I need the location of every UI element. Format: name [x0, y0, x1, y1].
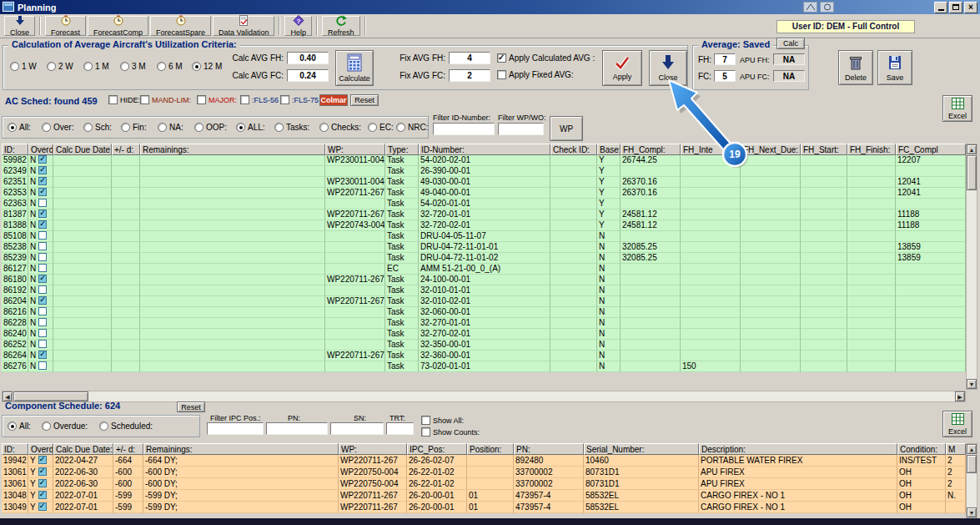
- column-header[interactable]: WP:: [325, 144, 385, 155]
- row-checkbox[interactable]: [38, 318, 47, 326]
- column-header[interactable]: Description:: [699, 443, 897, 455]
- row-checkbox[interactable]: [38, 177, 47, 185]
- table-row[interactable]: 59982NWP230011-004Task54-020-02-01Y26744…: [2, 155, 966, 166]
- ac-radio-oop[interactable]: OOP:: [194, 123, 227, 132]
- table-row[interactable]: 62353NWP220711-267Task49-040-00-01Y26370…: [2, 188, 966, 199]
- table-row[interactable]: 19942Y2022-04-27-664-664 DY;WP220711-267…: [2, 455, 966, 467]
- row-checkbox[interactable]: [38, 209, 47, 218]
- column-header[interactable]: ID:: [2, 443, 28, 455]
- table-row[interactable]: 13061Y2022-06-30-600-600 DY;WP220750-004…: [2, 478, 966, 490]
- comp-reset-button[interactable]: Reset: [177, 401, 205, 412]
- column-header[interactable]: Calc Due Date:: [53, 144, 112, 155]
- row-checkbox[interactable]: [38, 199, 47, 207]
- column-header[interactable]: +/- d:: [113, 443, 143, 455]
- period-radio-2w[interactable]: 2 W: [47, 62, 73, 71]
- table-row[interactable]: 85108NTaskDRU-04-05-11-07N: [2, 231, 966, 242]
- filter-wp-input[interactable]: [498, 123, 544, 135]
- toolbar-forecastspare-button[interactable]: ForecastSpare: [150, 16, 211, 36]
- maximize-button[interactable]: [949, 2, 962, 13]
- apply-calculated-avg-checkbox[interactable]: Apply Calculated AVG :: [497, 53, 595, 63]
- toolbar-forecastcomp-button[interactable]: ForecastComp: [88, 16, 148, 36]
- ac-excel-button[interactable]: Excel: [942, 95, 972, 122]
- fc-field[interactable]: 5: [714, 70, 736, 82]
- toolbar-forecast-button[interactable]: Forecast: [45, 16, 86, 36]
- column-header[interactable]: Overdue:: [28, 443, 53, 455]
- toolbar-close-button[interactable]: Close: [4, 16, 35, 36]
- column-header[interactable]: Base:: [597, 144, 621, 155]
- mand-lim-checkbox[interactable]: MAND-LIM:: [140, 95, 191, 104]
- column-header[interactable]: Remainings:: [143, 443, 339, 455]
- column-header[interactable]: Serial_Number:: [584, 443, 699, 455]
- fix-avg-fh-field[interactable]: 4: [449, 52, 490, 64]
- scroll-up-arrow[interactable]: ▲: [967, 444, 977, 454]
- fls56-checkbox[interactable]: :FLS-56: [240, 95, 279, 104]
- column-header[interactable]: +/- d:: [112, 144, 140, 155]
- scrollbar-thumb[interactable]: [967, 455, 977, 473]
- table-row[interactable]: 85238NTaskDRU-04-72-11-01-01N32085.25138…: [2, 242, 966, 253]
- table-row[interactable]: 62349NTask26-390-00-01Y: [2, 166, 966, 177]
- table-row[interactable]: 62351NWP230011-004Task49-030-00-01Y26370…: [2, 177, 966, 188]
- column-header[interactable]: FH_Next_Due:: [741, 144, 801, 155]
- column-header[interactable]: IPC_Pos:: [407, 443, 467, 455]
- ac-radio-fin[interactable]: Fin:: [121, 123, 147, 132]
- column-header[interactable]: Check ID:: [550, 144, 597, 155]
- scroll-down-arrow[interactable]: ▼: [967, 379, 977, 389]
- column-header[interactable]: FC_Compl: [896, 144, 966, 155]
- ac-radio-sch[interactable]: Sch:: [83, 123, 112, 132]
- fls75-checkbox[interactable]: :FLS-75: [280, 95, 319, 104]
- table-row[interactable]: 13061Y2022-06-30-600-600 DY;WP220750-004…: [2, 467, 966, 478]
- ac-radio-checks[interactable]: Checks:: [319, 123, 361, 132]
- comp-radio-scheduled[interactable]: Scheduled:: [99, 422, 153, 431]
- save-button[interactable]: Save: [877, 50, 912, 85]
- ac-radio-over[interactable]: Over:: [42, 123, 73, 132]
- scroll-right-arrow[interactable]: ▶: [955, 391, 965, 401]
- ac-reset-button[interactable]: Reset: [350, 94, 379, 106]
- trt-input[interactable]: [386, 422, 414, 435]
- apply-fixed-avg-checkbox[interactable]: Apply Fixed AVG:: [497, 70, 574, 79]
- table-row[interactable]: 85239NTaskDRU-04-72-11-01-02N32085.25138…: [2, 253, 966, 264]
- wp-button[interactable]: WP: [550, 116, 583, 141]
- calculate-button[interactable]: Calculate: [335, 50, 374, 86]
- filter-id-input[interactable]: [433, 123, 495, 135]
- table-row[interactable]: 86228NTask32-270-01-01N: [2, 318, 966, 329]
- avg-calc-button[interactable]: Calc: [776, 38, 805, 49]
- toolbar-datavalidation-button[interactable]: Data Validation: [213, 16, 274, 36]
- period-radio-12m[interactable]: 12 M: [192, 62, 222, 71]
- column-header[interactable]: ID-Number:: [419, 144, 550, 155]
- column-header[interactable]: Type:: [385, 144, 419, 155]
- row-checkbox[interactable]: [38, 242, 47, 250]
- period-radio-1m[interactable]: 1 M: [83, 62, 109, 71]
- comp-radio-overdue[interactable]: Overdue:: [42, 422, 88, 431]
- apply-button[interactable]: Apply: [602, 50, 642, 86]
- table-row[interactable]: 86240NTask32-270-02-01N: [2, 329, 966, 340]
- show-all-checkbox[interactable]: Show All:: [421, 416, 464, 425]
- table-row[interactable]: 86276NTask73-020-01-01N150: [2, 361, 966, 372]
- row-checkbox[interactable]: [38, 502, 47, 511]
- table-row[interactable]: 81388NWP220743-004Task32-720-02-01Y24581…: [2, 220, 966, 231]
- table-row[interactable]: 86252NTask32-350-00-01N: [2, 340, 966, 351]
- column-header[interactable]: FH_Inte: [681, 144, 741, 155]
- fh-field[interactable]: 7: [714, 53, 736, 65]
- pn-input[interactable]: [266, 422, 328, 435]
- ac-radio-all2[interactable]: ALL:: [236, 123, 265, 132]
- column-header[interactable]: Overdue:: [28, 144, 53, 155]
- row-checkbox[interactable]: [38, 188, 47, 196]
- filter-ipc-input[interactable]: [207, 422, 264, 435]
- minimize-button[interactable]: [934, 2, 947, 13]
- column-header[interactable]: ID:: [2, 144, 28, 155]
- colmar-button[interactable]: Colmar: [319, 94, 348, 106]
- table-row[interactable]: 81387NWP220711-267Task32-720-01-01Y24581…: [2, 209, 966, 220]
- close-window-button[interactable]: ×: [964, 2, 977, 13]
- table-row[interactable]: 86127NECAMM 51-21-00_0_(A)N: [2, 264, 966, 275]
- comp-radio-all[interactable]: All:: [8, 422, 31, 431]
- table-row[interactable]: 86204NWP220711-267Task32-010-02-01N: [2, 296, 966, 307]
- toolbar-refresh-button[interactable]: Refresh: [322, 16, 360, 36]
- row-checkbox[interactable]: [38, 231, 47, 240]
- table-row[interactable]: 86192NTask32-010-01-01N: [2, 285, 966, 296]
- table-row[interactable]: 62363NTask54-020-01-01Y: [2, 199, 966, 209]
- row-checkbox[interactable]: [38, 329, 47, 337]
- ac-radio-tasks[interactable]: Tasks:: [274, 123, 309, 132]
- column-header[interactable]: WP:: [339, 443, 407, 455]
- comp-vertical-scrollbar[interactable]: ▲ ▼: [966, 443, 977, 518]
- column-header[interactable]: Remainings:: [140, 144, 325, 155]
